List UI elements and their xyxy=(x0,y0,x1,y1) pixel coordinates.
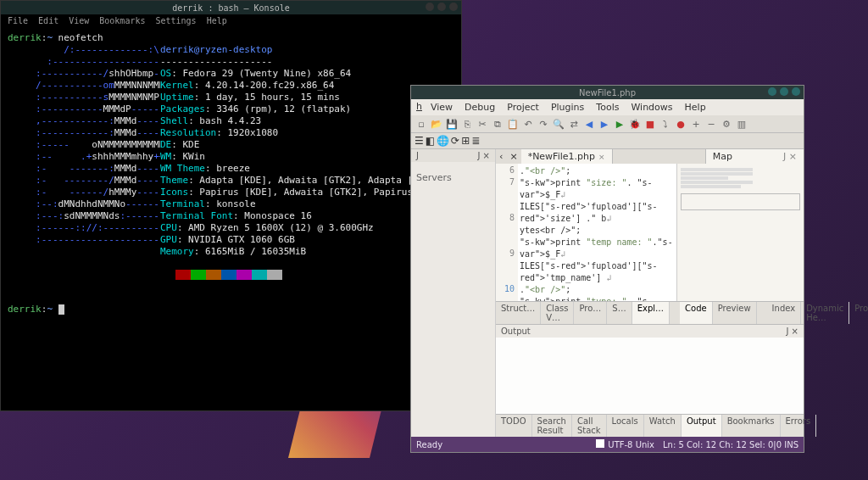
footer-tab-todo[interactable]: TODO xyxy=(496,415,532,437)
right-tab-index[interactable]: Index xyxy=(767,302,802,324)
stop-icon[interactable]: ■ xyxy=(643,117,657,131)
close-button[interactable] xyxy=(449,3,458,11)
minimize-button[interactable] xyxy=(768,87,776,96)
maximize-button[interactable] xyxy=(437,3,446,11)
menu-plugins[interactable]: Plugins xyxy=(548,101,587,114)
map-label: Map xyxy=(713,151,732,162)
new-icon[interactable]: ▫ xyxy=(415,117,428,131)
editor-tab-newfile1[interactable]: *NewFile1.php × xyxy=(521,149,613,164)
cfg-icon[interactable]: ⚙ xyxy=(720,117,733,131)
copy-icon[interactable]: ⧉ xyxy=(491,117,504,131)
run-debug-icon[interactable]: 🐞 xyxy=(628,117,642,131)
menu-bookmarks[interactable]: Bookmarks xyxy=(99,16,145,25)
ide-statusbar: Ready UTF-8 Unix Ln: 5 Col: 12 Ch: 12 Se… xyxy=(411,437,804,452)
step-icon[interactable]: ⤵ xyxy=(659,117,672,131)
menu-debug[interactable]: Debug xyxy=(461,101,498,114)
saveall-icon[interactable]: ⎘ xyxy=(460,117,474,131)
struct-icon[interactable]: ☰ xyxy=(415,135,424,147)
terminal-titlebar[interactable]: derrik : bash — Konsole xyxy=(1,1,461,14)
zoom-out-icon[interactable]: − xyxy=(704,117,718,131)
break-icon[interactable]: ● xyxy=(674,117,687,131)
tab-filename: *NewFile1.php xyxy=(528,151,595,162)
find-icon[interactable]: 🔍 xyxy=(552,117,565,131)
map-panel-tab[interactable]: Map J × xyxy=(705,149,804,164)
footer-tab-errors[interactable]: Errors xyxy=(781,415,817,437)
status-ready: Ready xyxy=(416,440,442,449)
globe-icon[interactable]: 🌐 xyxy=(437,135,449,147)
minimize-button[interactable] xyxy=(426,3,434,11)
panel-close-icon[interactable]: J × xyxy=(477,151,490,160)
menu-help[interactable]: Help xyxy=(207,16,227,25)
output-panel-close-icon[interactable]: J × xyxy=(786,327,798,336)
menu-edit[interactable]: Edit xyxy=(38,16,58,25)
menu-tools[interactable]: Tools xyxy=(593,101,622,114)
footer-tab-watch[interactable]: Watch xyxy=(644,415,682,437)
side-tab-expl[interactable]: Expl… xyxy=(632,302,670,324)
minimap-viewport[interactable] xyxy=(681,193,800,210)
footer-tab-search-result[interactable]: Search Result xyxy=(532,415,572,437)
status-caret-pos: Ln: 5 Col: 12 Ch: 12 Sel: 0|0 INS xyxy=(663,440,798,449)
terminal-output[interactable]: derrik:~ neofetch /:-------------:\derri… xyxy=(1,27,461,321)
ide-side-panel: J J × Servers xyxy=(411,149,496,437)
zoom-in-icon[interactable]: + xyxy=(689,117,703,131)
side-tab-struct[interactable]: Struct… xyxy=(496,302,541,324)
nav-fwd-icon[interactable]: ▶ xyxy=(598,117,611,131)
tab-prev-icon[interactable]: ‹ xyxy=(496,149,506,164)
menu-file[interactable]: File xyxy=(8,16,28,25)
undo-icon[interactable]: ↶ xyxy=(521,117,535,131)
cut-icon[interactable]: ✂ xyxy=(476,117,489,131)
terminal-title: derrik : bash — Konsole xyxy=(172,3,289,13)
menu-view[interactable]: View xyxy=(427,101,456,114)
menu-project[interactable]: Project xyxy=(504,101,542,114)
tab-close-icon[interactable]: × xyxy=(598,153,605,161)
menu-help[interactable]: Help xyxy=(682,101,709,114)
ide-window: NewFile1.php h View Debug Project Plugin… xyxy=(410,85,804,453)
minimap-panel[interactable] xyxy=(676,164,804,301)
split-icon[interactable]: ▥ xyxy=(735,117,748,131)
footer-tab-locals[interactable]: Locals xyxy=(607,415,644,437)
map-close-icon[interactable]: J × xyxy=(783,151,797,162)
nav-back-icon[interactable]: ◀ xyxy=(582,117,596,131)
save-icon[interactable]: 💾 xyxy=(445,117,459,131)
replace-icon[interactable]: ⇄ xyxy=(567,117,581,131)
ide-title: NewFile1.php xyxy=(579,88,636,98)
status-checkbox[interactable] xyxy=(596,439,604,448)
terminal-window: derrik : bash — Konsole File Edit View B… xyxy=(0,0,462,411)
ide-menubar: h View Debug Project Plugins Tools Windo… xyxy=(411,99,804,115)
side-tab-classv[interactable]: Class V… xyxy=(541,302,574,324)
editor-tabs: ‹ × *NewFile1.php × Map J × xyxy=(496,149,804,164)
view-tab-preview[interactable]: Preview xyxy=(713,302,757,324)
side-tab-pro[interactable]: Pro… xyxy=(574,302,607,324)
side-tab-s[interactable]: S… xyxy=(607,302,632,324)
footer-tab-bookmarks[interactable]: Bookmarks xyxy=(722,415,781,437)
ide-toolbar: ▫📂💾⎘✂⧉📋↶↷🔍⇄◀▶▶🐞■⤵●+−⚙▥ xyxy=(411,115,804,133)
editor-code-area[interactable]: ."<br />"; "s-kw">print "size: ". "s-var… xyxy=(518,164,676,301)
redo-icon[interactable]: ↷ xyxy=(537,117,550,131)
ide-titlebar[interactable]: NewFile1.php xyxy=(411,86,804,99)
tree-icon[interactable]: ⊞ xyxy=(461,135,470,147)
paste-icon[interactable]: 📋 xyxy=(506,117,520,131)
side-tabs-row: Struct…Class V…Pro…S…Expl…CodePreviewInd… xyxy=(496,301,804,324)
refresh-icon[interactable]: ⟳ xyxy=(451,135,459,147)
maximize-button[interactable] xyxy=(780,87,788,96)
side-panel-header: J xyxy=(416,151,419,160)
member-icon[interactable]: ◧ xyxy=(426,135,435,147)
close-button[interactable] xyxy=(792,87,800,96)
open-icon[interactable]: 📂 xyxy=(430,117,443,131)
editor-gutter: 67891011121314 xyxy=(496,164,518,301)
view-tab-code[interactable]: Code xyxy=(680,302,713,324)
menu-view[interactable]: View xyxy=(69,16,89,25)
right-tab-dynamiche[interactable]: Dynamic He… xyxy=(801,302,849,324)
terminal-menubar: File Edit View Bookmarks Settings Help xyxy=(1,14,461,27)
format-icon[interactable]: ≣ xyxy=(471,135,480,147)
output-panel[interactable] xyxy=(496,338,804,414)
footer-tab-output[interactable]: Output xyxy=(682,415,722,437)
menu-settings[interactable]: Settings xyxy=(155,16,196,25)
right-tab-properties[interactable]: Properties xyxy=(849,302,868,324)
output-panel-label: Output xyxy=(501,327,531,336)
servers-panel-label[interactable]: Servers xyxy=(411,162,495,193)
tab-close-all-icon[interactable]: × xyxy=(506,149,520,164)
run-icon[interactable]: ▶ xyxy=(613,117,626,131)
menu-windows[interactable]: Windows xyxy=(627,101,676,114)
footer-tab-call-stack[interactable]: Call Stack xyxy=(572,415,607,437)
